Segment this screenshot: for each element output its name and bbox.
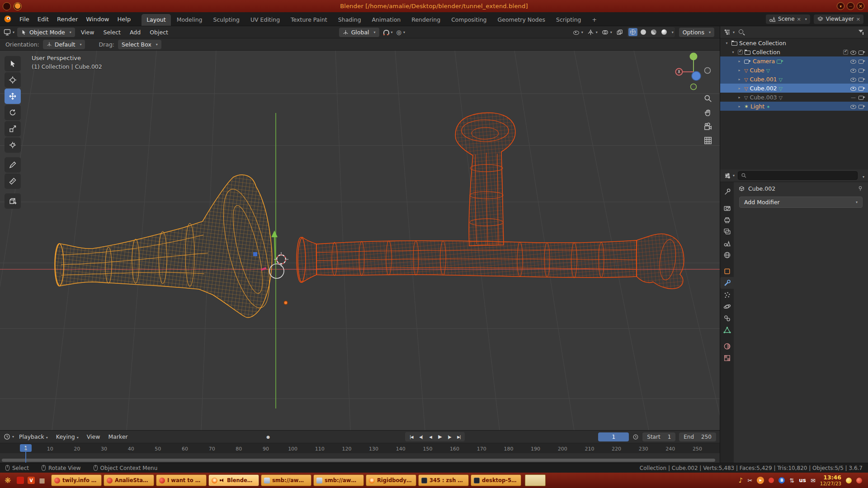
camera-view-control[interactable] xyxy=(703,122,712,131)
properties-filter-dropdown[interactable] xyxy=(861,171,864,180)
outliner-editor-selector[interactable] xyxy=(724,28,735,36)
close-button[interactable] xyxy=(857,2,864,10)
timeline-editor-selector[interactable] xyxy=(4,433,14,440)
viewport-canvas[interactable]: X xyxy=(0,51,720,430)
snap-toggle[interactable] xyxy=(383,29,393,35)
mesh-left-wireframe[interactable] xyxy=(55,175,278,318)
tab-shading[interactable]: Shading xyxy=(333,14,366,26)
outliner-row-camera[interactable]: Camera xyxy=(720,56,868,66)
taskbar-window-button[interactable]: smb://aw… xyxy=(313,474,364,486)
tab-geometry-nodes[interactable]: Geometry Nodes xyxy=(493,14,550,26)
tab-scripting[interactable]: Scripting xyxy=(551,14,586,26)
tool-transform[interactable] xyxy=(5,137,21,153)
tab-modifiers[interactable] xyxy=(720,277,734,289)
tab-world[interactable] xyxy=(720,249,734,261)
launcher-icon-2[interactable] xyxy=(28,477,35,484)
launcher-icon-1[interactable] xyxy=(15,475,26,486)
play-button[interactable]: ▶ xyxy=(435,433,444,441)
zoom-control[interactable] xyxy=(703,94,712,103)
hide-eye-icon[interactable] xyxy=(850,67,857,73)
overlays-dropdown[interactable] xyxy=(602,29,612,36)
taskbar-window-button[interactable]: Blende… xyxy=(208,474,259,486)
taskbar-window-button[interactable]: AnalieSta… xyxy=(104,474,154,486)
tab-animation[interactable]: Animation xyxy=(367,14,406,26)
hide-eye-icon[interactable] xyxy=(850,58,857,64)
properties-search-input[interactable] xyxy=(738,171,858,180)
tab-physics[interactable] xyxy=(720,300,734,312)
menu-window[interactable]: Window xyxy=(82,12,113,26)
tab-texture[interactable] xyxy=(720,352,734,364)
menu-file[interactable]: File xyxy=(15,12,33,26)
tab-tool[interactable] xyxy=(720,186,734,197)
tab-compositing[interactable]: Compositing xyxy=(446,14,491,26)
tool-measure[interactable] xyxy=(5,174,21,189)
tab-material[interactable] xyxy=(720,340,734,352)
render-visibility-icon[interactable] xyxy=(859,103,865,109)
start-frame-field[interactable]: Start 1 xyxy=(642,432,675,441)
shading-solid-button[interactable] xyxy=(639,28,648,36)
jump-to-start-button[interactable]: |◀ xyxy=(407,433,415,441)
menu-help[interactable]: Help xyxy=(113,12,135,26)
tab-modeling[interactable]: Modeling xyxy=(172,14,208,26)
tool-rotate[interactable] xyxy=(5,105,21,120)
gizmos-dropdown[interactable] xyxy=(587,29,598,36)
timeline-ruler[interactable]: 1 11020304050607080901001101201301401501… xyxy=(0,443,720,453)
tab-output[interactable] xyxy=(720,214,734,225)
tab-rendering[interactable]: Rendering xyxy=(406,14,445,26)
tool-select[interactable] xyxy=(5,56,21,71)
taskbar-window-button[interactable]: twily.info … xyxy=(51,474,102,486)
disclosure-icon[interactable] xyxy=(736,95,742,99)
proportional-edit-toggle[interactable] xyxy=(396,29,405,36)
hide-eye-icon[interactable] xyxy=(850,85,857,91)
render-visibility-icon[interactable] xyxy=(859,49,865,55)
viewport-menu-add[interactable]: Add xyxy=(127,29,144,36)
notification-tray-icon[interactable] xyxy=(846,478,852,483)
outliner-row-cube-001[interactable]: Cube.001 xyxy=(720,75,868,84)
render-visibility-icon[interactable] xyxy=(859,76,865,82)
disclosure-icon[interactable] xyxy=(736,86,742,90)
end-frame-field[interactable]: End 250 xyxy=(679,432,716,441)
mode-dropdown[interactable]: Object Mode xyxy=(17,28,75,37)
outliner-row-cube[interactable]: Cube xyxy=(720,66,868,75)
taskbar-window-button[interactable]: desktop-5… xyxy=(471,474,521,486)
collection-exclude-checkbox[interactable] xyxy=(843,50,848,55)
previous-keyframe-button[interactable]: ◀| xyxy=(416,433,425,441)
next-keyframe-button[interactable]: |▶ xyxy=(445,433,453,441)
render-visibility-icon[interactable] xyxy=(859,58,865,64)
editor-type-selector[interactable] xyxy=(4,28,14,36)
network-tray-icon[interactable] xyxy=(789,477,794,484)
taskbar-window-button[interactable]: 345 : zsh … xyxy=(418,474,469,486)
timeline-menu-playback[interactable]: Playback xyxy=(16,433,51,440)
timeline-menu-keying[interactable]: Keying xyxy=(53,433,82,440)
keyboard-layout-indicator[interactable]: us xyxy=(799,477,806,483)
music-player-tray-icon[interactable] xyxy=(739,476,743,484)
shading-wireframe-button[interactable] xyxy=(628,28,637,36)
start-menu-icon[interactable] xyxy=(2,475,13,486)
timeline-menu-marker[interactable]: Marker xyxy=(105,433,131,440)
minimize-button[interactable] xyxy=(847,2,854,10)
viewport-menu-object[interactable]: Object xyxy=(146,29,171,36)
disclosure-icon[interactable] xyxy=(736,68,742,72)
bluetooth-tray-icon[interactable] xyxy=(778,477,785,483)
tab-object[interactable] xyxy=(720,265,734,277)
outliner-row-cube-003[interactable]: Cube.003 — xyxy=(720,93,868,102)
timeline-menu-view[interactable]: View xyxy=(84,433,104,440)
disclosure-icon[interactable] xyxy=(736,104,742,108)
power-tray-icon[interactable] xyxy=(856,478,862,483)
add-modifier-button[interactable]: Add Modifier xyxy=(739,197,863,208)
tab-texture-paint[interactable]: Texture Paint xyxy=(286,14,332,26)
view-layer-selector[interactable]: ViewLayer xyxy=(814,14,863,24)
collection-checkbox[interactable] xyxy=(738,50,743,55)
playhead-line[interactable] xyxy=(25,452,26,463)
tab-sculpting[interactable]: Sculpting xyxy=(208,14,245,26)
drag-mode-dropdown[interactable]: Select Box xyxy=(118,40,161,49)
pan-control[interactable] xyxy=(703,108,712,117)
tab-layout[interactable]: Layout xyxy=(142,14,171,26)
hide-eye-icon[interactable] xyxy=(850,49,857,55)
add-workspace-tab[interactable]: + xyxy=(587,14,602,26)
tab-view-layer[interactable] xyxy=(720,225,734,237)
view-layer-remove-icon[interactable] xyxy=(856,16,860,22)
options-dropdown[interactable]: Options xyxy=(679,28,714,37)
menu-edit[interactable]: Edit xyxy=(33,12,53,26)
mail-tray-icon[interactable] xyxy=(811,477,816,484)
